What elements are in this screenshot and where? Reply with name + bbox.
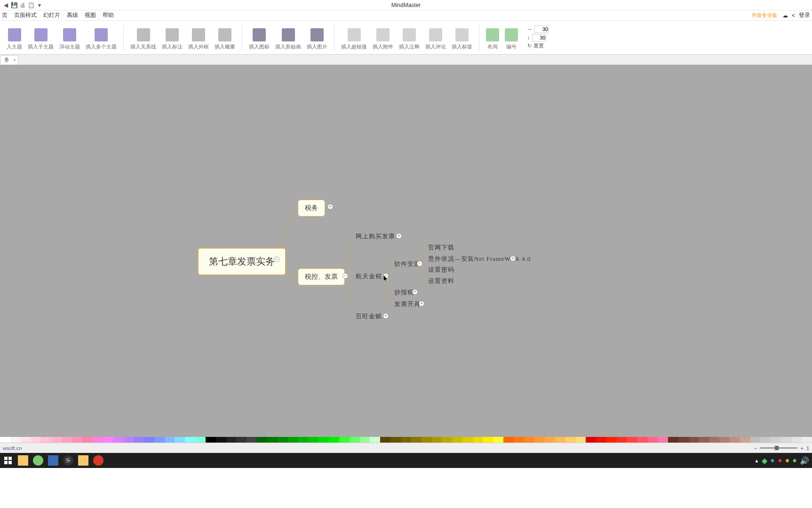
insert-relation-button[interactable]: 插入关系线: [127, 26, 159, 52]
status-link[interactable]: wsoft.cn: [3, 445, 22, 451]
color-swatch[interactable]: [658, 437, 668, 443]
color-swatch[interactable]: [93, 437, 103, 443]
color-swatch[interactable]: [51, 437, 62, 443]
color-swatch[interactable]: [452, 437, 462, 443]
color-swatch[interactable]: [586, 437, 596, 443]
insert-summary-button[interactable]: 插入概要: [212, 26, 238, 52]
hspace-input[interactable]: [534, 25, 549, 33]
color-swatch[interactable]: [134, 437, 144, 443]
color-swatch[interactable]: [750, 437, 761, 443]
expand-chaobao-icon[interactable]: +: [412, 289, 418, 295]
color-swatch[interactable]: [21, 437, 31, 443]
color-swatch[interactable]: [144, 437, 154, 443]
start-button[interactable]: [3, 455, 13, 466]
menu-pagestyle[interactable]: 页面样式: [14, 11, 37, 19]
volume-icon[interactable]: 🔊: [800, 456, 809, 465]
color-swatch[interactable]: [103, 437, 113, 443]
zoom-slider[interactable]: [760, 447, 797, 449]
qat-more-icon[interactable]: ▾: [36, 1, 43, 9]
color-swatch[interactable]: [175, 437, 185, 443]
color-swatch[interactable]: [760, 437, 771, 443]
color-swatch[interactable]: [473, 437, 483, 443]
insert-hyperlink-button[interactable]: 插入超链接: [338, 26, 370, 52]
document-tab[interactable]: 务 ×: [0, 55, 18, 65]
color-swatch[interactable]: [709, 437, 719, 443]
color-swatch[interactable]: [257, 437, 267, 443]
color-swatch[interactable]: [740, 437, 750, 443]
insert-topic-button[interactable]: 入主题: [4, 26, 25, 52]
node-data[interactable]: 设置资料: [428, 277, 454, 285]
node-chaobao[interactable]: 抄报税: [394, 288, 414, 297]
reset-button[interactable]: ↻重置: [527, 42, 549, 49]
menu-advanced[interactable]: 高级: [67, 11, 78, 19]
color-swatch[interactable]: [31, 437, 41, 443]
menu-view[interactable]: 视图: [85, 11, 96, 19]
tray-icon[interactable]: ●: [792, 456, 797, 465]
insert-multi-topic-button[interactable]: 插入多个主题: [83, 26, 119, 52]
login-link[interactable]: 登录: [799, 11, 810, 19]
qat-save-icon[interactable]: 💾: [10, 1, 18, 9]
color-swatch[interactable]: [216, 437, 226, 443]
zoom-out-button[interactable]: −: [754, 445, 757, 451]
color-swatch[interactable]: [514, 437, 524, 443]
color-swatch[interactable]: [565, 437, 575, 443]
collapse-hangtian-icon[interactable]: −: [383, 273, 389, 279]
qat-paste-icon[interactable]: 📋: [27, 1, 35, 9]
color-swatch[interactable]: [802, 437, 812, 443]
insert-attachment-button[interactable]: 插入附件: [370, 26, 396, 52]
color-swatch[interactable]: [668, 437, 678, 443]
tray-icon[interactable]: ▲: [754, 458, 759, 463]
mindmap-canvas[interactable]: 第七章发票实务 − 税务 + 税控、发票 − 网上购买发票 + 航天金税 − 软…: [0, 65, 812, 437]
node-download[interactable]: 官网下载: [428, 243, 454, 252]
color-swatch[interactable]: [771, 437, 781, 443]
color-swatch[interactable]: [791, 437, 802, 443]
color-swatch[interactable]: [123, 437, 134, 443]
record-icon[interactable]: [93, 455, 103, 466]
cloud-icon[interactable]: ☁: [782, 12, 788, 19]
explorer-icon[interactable]: [18, 455, 28, 466]
color-swatch[interactable]: [401, 437, 411, 443]
node-root[interactable]: 第七章发票实务: [198, 248, 286, 275]
color-swatch[interactable]: [483, 437, 494, 443]
color-swatch[interactable]: [82, 437, 93, 443]
color-swatch[interactable]: [390, 437, 401, 443]
color-swatch[interactable]: [422, 437, 432, 443]
share-icon[interactable]: <: [792, 12, 795, 19]
color-swatch[interactable]: [442, 437, 452, 443]
color-swatch[interactable]: [689, 437, 699, 443]
color-swatch[interactable]: [637, 437, 647, 443]
expand-tax-icon[interactable]: +: [327, 204, 333, 210]
qat-undo-icon[interactable]: ◀: [2, 1, 9, 9]
color-swatch[interactable]: [781, 437, 791, 443]
color-palette[interactable]: [0, 437, 812, 443]
zoom-in-button[interactable]: +: [800, 445, 803, 451]
color-swatch[interactable]: [247, 437, 257, 443]
color-swatch[interactable]: [647, 437, 658, 443]
color-swatch[interactable]: [730, 437, 740, 443]
color-swatch[interactable]: [113, 437, 123, 443]
color-swatch[interactable]: [360, 437, 370, 443]
insert-image-button[interactable]: 插入图片: [304, 26, 330, 52]
color-swatch[interactable]: [206, 437, 216, 443]
number-button[interactable]: 编号: [502, 26, 521, 52]
expand-netframework-icon[interactable]: +: [510, 256, 516, 261]
insert-annotation-button[interactable]: 插入注释: [396, 26, 422, 52]
color-swatch[interactable]: [278, 437, 288, 443]
color-swatch[interactable]: [267, 437, 278, 443]
app-icon-2[interactable]: 卐: [63, 455, 73, 466]
color-swatch[interactable]: [494, 437, 504, 443]
tray-icon[interactable]: ◆: [762, 456, 767, 465]
color-swatch[interactable]: [329, 437, 339, 443]
floating-topic-button[interactable]: 浮动主题: [56, 26, 83, 52]
node-online-invoice[interactable]: 网上购买发票: [356, 232, 395, 241]
color-swatch[interactable]: [154, 437, 165, 443]
node-password[interactable]: 设置密码: [428, 266, 454, 274]
color-swatch[interactable]: [524, 437, 534, 443]
color-swatch[interactable]: [195, 437, 206, 443]
insert-clipart-button[interactable]: 插入剪贴画: [272, 26, 304, 52]
node-hangtian[interactable]: 航天金税: [356, 272, 382, 281]
insert-label-button[interactable]: 插入标签: [449, 26, 475, 52]
collapse-software-icon[interactable]: −: [417, 261, 422, 266]
insert-icon-button[interactable]: 插入图标: [246, 26, 272, 52]
color-swatch[interactable]: [545, 437, 555, 443]
